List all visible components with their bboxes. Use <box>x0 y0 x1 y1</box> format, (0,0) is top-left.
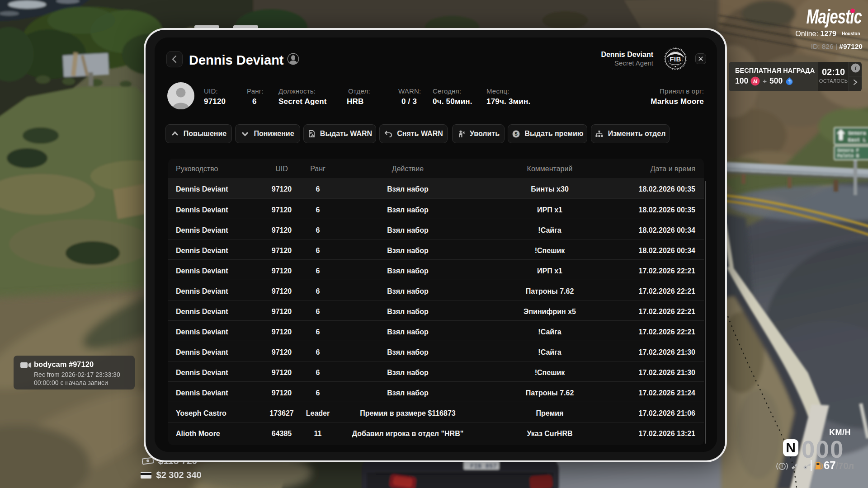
svg-text:Senora: Senora <box>848 131 866 136</box>
svg-text:Paleto B: Paleto B <box>837 154 859 159</box>
svg-text:Senora F: Senora F <box>837 148 859 153</box>
svg-text:East L: East L <box>848 137 866 143</box>
svg-text:M: M <box>753 79 758 84</box>
svg-text:!: ! <box>781 464 783 469</box>
svg-text:FIB 857: FIB 857 <box>470 463 497 470</box>
svg-text:i: i <box>854 65 856 71</box>
